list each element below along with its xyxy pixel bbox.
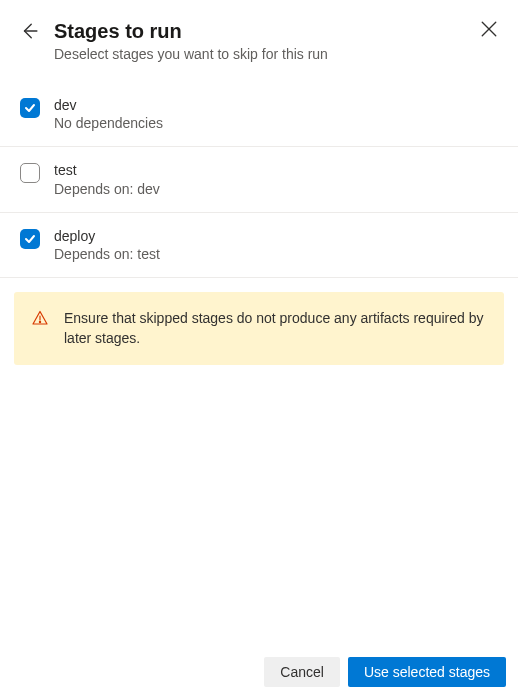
header-text: Stages to run Deselect stages you want t… xyxy=(54,18,464,62)
stage-row-dev[interactable]: dev No dependencies xyxy=(0,82,518,147)
stage-row-deploy[interactable]: deploy Depends on: test xyxy=(0,213,518,278)
stage-dependency: No dependencies xyxy=(54,114,163,132)
checkmark-icon xyxy=(24,233,36,245)
stage-row-test[interactable]: test Depends on: dev xyxy=(0,147,518,212)
dialog-footer: Cancel Use selected stages xyxy=(0,647,518,699)
stage-checkbox[interactable] xyxy=(20,163,40,183)
stage-checkbox[interactable] xyxy=(20,229,40,249)
close-button[interactable] xyxy=(480,20,498,42)
warning-text: Ensure that skipped stages do not produc… xyxy=(64,308,486,349)
stage-dependency: Depends on: test xyxy=(54,245,160,263)
cancel-button[interactable]: Cancel xyxy=(264,657,340,687)
stage-name: test xyxy=(54,161,160,179)
dialog-header: Stages to run Deselect stages you want t… xyxy=(0,0,518,76)
stage-text: dev No dependencies xyxy=(54,96,163,132)
stages-list: dev No dependencies test Depends on: dev… xyxy=(0,82,518,278)
stage-name: dev xyxy=(54,96,163,114)
dialog-subtitle: Deselect stages you want to skip for thi… xyxy=(54,46,464,62)
confirm-button[interactable]: Use selected stages xyxy=(348,657,506,687)
dialog-title: Stages to run xyxy=(54,18,464,44)
checkmark-icon xyxy=(24,102,36,114)
stage-text: deploy Depends on: test xyxy=(54,227,160,263)
stage-checkbox[interactable] xyxy=(20,98,40,118)
warning-icon xyxy=(32,310,48,330)
stage-text: test Depends on: dev xyxy=(54,161,160,197)
stage-dependency: Depends on: dev xyxy=(54,180,160,198)
back-button[interactable] xyxy=(20,22,38,44)
warning-banner: Ensure that skipped stages do not produc… xyxy=(14,292,504,365)
close-icon xyxy=(480,20,498,38)
arrow-left-icon xyxy=(20,22,38,40)
stage-name: deploy xyxy=(54,227,160,245)
svg-point-4 xyxy=(39,322,40,323)
